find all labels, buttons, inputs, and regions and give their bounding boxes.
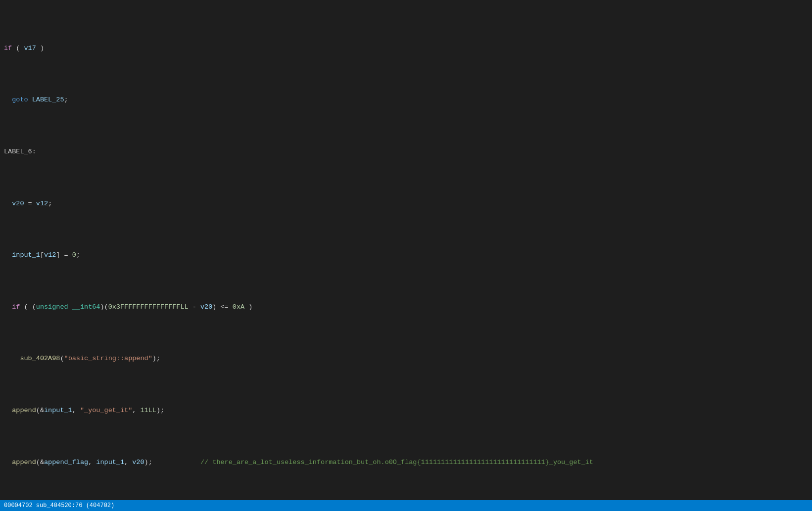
code-line: append(&input_1, "_you_get_it", 11LL);: [0, 406, 812, 416]
status-bar: 00004702 sub_404520:76 (404702): [0, 500, 812, 511]
code-container: if ( v17 ) goto LABEL_25; LABEL_6: v20 =…: [0, 0, 812, 511]
code-line: if ( (unsigned __int64)(0x3FFFFFFFFFFFFF…: [0, 302, 812, 313]
code-line: if ( v17 ): [0, 44, 812, 54]
code-line: LABEL_6:: [0, 147, 812, 157]
code-line: sub_402A98("basic_string::append");: [0, 354, 812, 364]
code-line: goto LABEL_25;: [0, 95, 812, 105]
status-text: 00004702 sub_404520:76 (404702): [4, 502, 114, 509]
code-line: append(&append_flag, input_1, v20); // t…: [0, 458, 812, 468]
code-line: v20 = v12;: [0, 199, 812, 209]
code-line: input_1[v12] = 0;: [0, 250, 812, 261]
